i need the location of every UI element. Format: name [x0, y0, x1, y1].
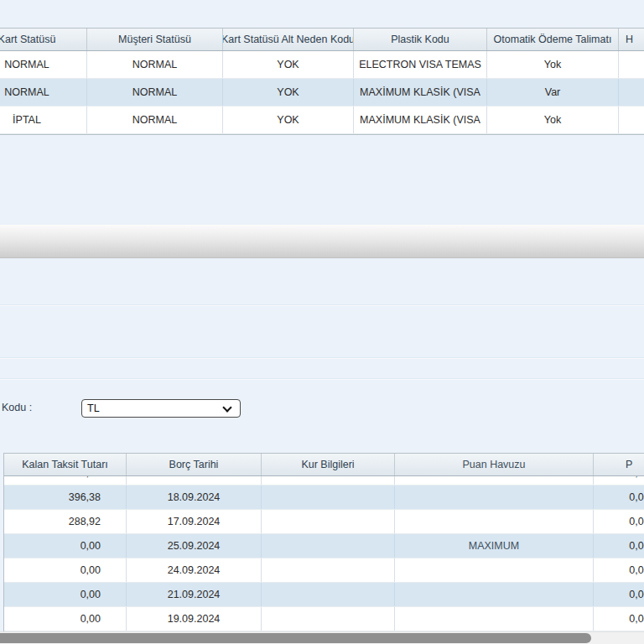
table-cell: [262, 607, 395, 631]
table-cell: NORMAL: [87, 79, 223, 106]
card-status-table-body: NORMALNORMALYOKELECTRON VISA TEMASYokNOR…: [0, 51, 644, 134]
table-cell: MAXIMUM: [395, 534, 594, 558]
table-cell: ELECTRON VISA TEMAS: [354, 51, 487, 78]
debt-table: Kalan Taksit Tutarı Borç Tarihi Kur Bilg…: [3, 453, 644, 635]
column-header-puan-havuzu: Puan Havuzu: [395, 454, 594, 475]
section-divider-band: [0, 225, 644, 258]
table-cell: Yok: [487, 51, 619, 78]
panel-separator-line: [0, 304, 644, 305]
table-cell: 19.09.2024: [127, 607, 262, 631]
table-row[interactable]: NORMALNORMALYOKELECTRON VISA TEMASYok: [0, 51, 644, 79]
table-cell: 25.09.2024: [127, 534, 262, 558]
table-cell: [262, 486, 395, 509]
table-row[interactable]: 0,0021.09.20240,00: [4, 583, 644, 607]
table-cell: YOK: [223, 106, 354, 133]
column-header-p: P: [594, 454, 644, 475]
table-row[interactable]: 358,9218.09.20240,00: [4, 476, 644, 486]
column-header-alt-neden-kodu: Kart Statüsü Alt Neden Kodu: [223, 29, 354, 50]
chevron-down-icon: [222, 402, 231, 412]
horizontal-scrollbar-thumb[interactable]: [0, 633, 591, 643]
debt-table-body: 358,9218.09.20240,00396,3818.09.20240,00…: [4, 476, 644, 635]
debt-table-header: Kalan Taksit Tutarı Borç Tarihi Kur Bilg…: [4, 454, 644, 476]
table-cell: İPTAL: [0, 106, 87, 133]
table-cell: MAXİMUM KLASİK (VISA: [354, 79, 487, 106]
table-row[interactable]: İPTALNORMALYOKMAXİMUM KLASİK (VISAYok: [0, 106, 644, 134]
table-row[interactable]: NORMALNORMALYOKMAXİMUM KLASİK (VISAVar: [0, 79, 644, 106]
column-header-h: H: [619, 29, 644, 50]
table-cell: YOK: [223, 51, 354, 78]
column-header-kur-bilgileri: Kur Bilgileri: [262, 454, 395, 475]
table-cell: MAXİMUM KLASİK (VISA: [354, 106, 487, 133]
table-cell: [262, 558, 395, 582]
table-row[interactable]: 288,9217.09.20240,00: [4, 510, 644, 534]
table-cell: 21.09.2024: [127, 583, 262, 606]
table-cell: 0,00: [4, 558, 127, 582]
table-cell: 0,00: [4, 534, 127, 558]
table-cell: 17.09.2024: [127, 510, 262, 533]
table-cell: 18.09.2024: [127, 476, 262, 485]
panel-separator-line: [0, 378, 644, 379]
currency-code-label: Kodu :: [2, 402, 32, 413]
column-header-borc-tarihi: Borç Tarihi: [127, 454, 262, 475]
table-cell: [262, 583, 395, 606]
table-cell: 396,38: [4, 486, 127, 509]
column-header-musteri-statusu: Müşteri Statüsü: [87, 29, 223, 50]
table-row[interactable]: 0,0019.09.20240,00: [4, 607, 644, 631]
column-header-kalan-taksit-tutari: Kalan Taksit Tutarı: [4, 454, 127, 475]
table-cell: NORMAL: [87, 106, 223, 133]
bank-card-page: * Kart Statüsü Müşteri Statüsü Kart Stat…: [0, 0, 644, 644]
table-cell: 0,00: [594, 486, 644, 509]
table-cell: 0,00: [594, 510, 644, 533]
table-cell: 0,00: [594, 534, 644, 558]
currency-selected-value: TL: [87, 402, 100, 414]
card-status-table-header: Kart Statüsü Müşteri Statüsü Kart Statüs…: [0, 29, 644, 51]
table-cell: [262, 534, 395, 558]
table-cell: 0,00: [594, 558, 644, 582]
clipped-text-fragment: *: [20, 0, 28, 3]
table-cell: 358,92: [4, 476, 127, 485]
table-cell: [395, 486, 594, 509]
table-row[interactable]: 396,3818.09.20240,00: [4, 486, 644, 510]
horizontal-scrollbar-track[interactable]: [0, 631, 644, 644]
table-cell: [262, 476, 395, 485]
table-cell: Yok: [487, 106, 619, 133]
card-status-table: Kart Statüsü Müşteri Statüsü Kart Statüs…: [0, 28, 644, 135]
table-cell: [619, 79, 644, 106]
table-cell: 0,00: [594, 476, 644, 485]
table-row[interactable]: 0,0025.09.2024MAXIMUM0,00: [4, 534, 644, 558]
column-header-plastik-kodu: Plastik Kodu: [354, 29, 487, 50]
table-cell: 288,92: [4, 510, 127, 533]
panel-separator-line: [0, 357, 644, 358]
table-cell: [395, 558, 594, 582]
table-cell: Var: [487, 79, 619, 106]
currency-select[interactable]: TL: [81, 399, 241, 418]
table-cell: 0,00: [4, 607, 127, 631]
table-cell: [395, 510, 594, 533]
table-cell: [395, 607, 594, 631]
table-cell: [395, 583, 594, 606]
table-row[interactable]: 0,0024.09.20240,00: [4, 558, 644, 583]
table-cell: 0,00: [4, 583, 127, 606]
table-cell: 0,00: [594, 583, 644, 606]
table-cell: NORMAL: [87, 51, 223, 78]
table-cell: [395, 476, 594, 485]
table-cell: NORMAL: [0, 79, 87, 106]
table-cell: 0,00: [594, 607, 644, 631]
table-cell: [619, 106, 644, 133]
table-cell: 18.09.2024: [127, 486, 262, 509]
table-cell: [262, 510, 395, 533]
table-cell: 24.09.2024: [127, 558, 262, 582]
table-cell: [619, 51, 644, 78]
column-header-otomatik-odeme: Otomatik Ödeme Talimatı: [487, 29, 619, 50]
column-header-kart-statusu: Kart Statüsü: [0, 29, 87, 50]
table-cell: YOK: [223, 79, 354, 106]
table-cell: NORMAL: [0, 51, 87, 78]
